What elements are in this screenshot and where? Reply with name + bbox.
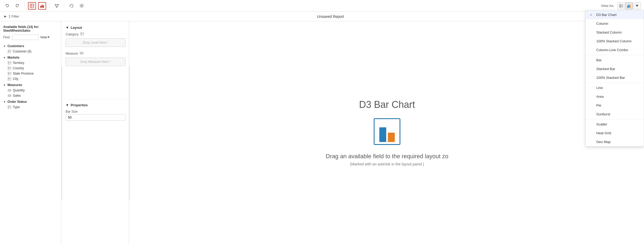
- chart-drag-sub: (Marked with an asterisk in the layout p…: [350, 162, 424, 166]
- chevron-order-status: ▼: [3, 100, 6, 103]
- svg-point-7: [81, 5, 82, 6]
- main-layout: Available fields (14) for: SteelWheelsSa…: [0, 21, 644, 244]
- view-button[interactable]: View: [40, 35, 50, 39]
- dropdown-item-100%-stacked-column[interactable]: 100% Stacked Column: [586, 37, 644, 46]
- category-icon: [80, 32, 84, 36]
- field-state-province-label: State Province: [13, 72, 34, 75]
- find-input[interactable]: [12, 35, 39, 40]
- section-measures[interactable]: ▼ Measures: [0, 82, 61, 88]
- field-city-label: City: [13, 77, 18, 81]
- measure-label-row: Measure: [62, 51, 129, 56]
- sub-toolbar: ▶ 1 Filter Unsaved Report: [0, 12, 644, 21]
- fields-header: Available fields (14) for: SteelWheelsSa…: [0, 24, 61, 35]
- resize-handle-1[interactable]: [61, 21, 62, 244]
- dropdown-item-pie[interactable]: Pie: [586, 101, 644, 110]
- dropdown-separator-11: [586, 119, 644, 119]
- report-title: Unsaved Report: [21, 14, 640, 19]
- view-as-dropdown-menu: ✓D3 Bar ChartColumnStacked Column100% St…: [585, 21, 644, 147]
- dropdown-item-stacked-bar[interactable]: Stacked Bar: [586, 64, 644, 73]
- dropdown-item-column[interactable]: Column: [586, 21, 644, 28]
- field-territory[interactable]: Territory: [0, 60, 61, 66]
- measure-label: Measure: [66, 52, 78, 55]
- section-measures-label: Measures: [7, 83, 22, 87]
- bar-size-label: Bar Size: [66, 110, 126, 113]
- view-as-label: View As:: [601, 4, 614, 8]
- dropdown-item-label-1: Column: [596, 22, 608, 26]
- dropdown-item-label-10: Pie: [596, 103, 601, 107]
- measure-icon: [80, 52, 83, 55]
- svg-rect-27: [8, 72, 11, 75]
- field-customer[interactable]: Customer (6): [0, 49, 61, 54]
- field-quantity[interactable]: Quantity: [0, 88, 61, 93]
- quantity-icon: [7, 88, 11, 92]
- dropdown-item-label-3: 100% Stacked Column: [596, 39, 631, 43]
- chevron-measures: ▼: [3, 84, 6, 87]
- svg-rect-4: [40, 6, 41, 8]
- view-dropdown-btn[interactable]: [633, 2, 641, 9]
- field-sales-label: Sales: [13, 94, 21, 97]
- redo-button[interactable]: [13, 2, 21, 10]
- svg-rect-12: [627, 6, 628, 8]
- dropdown-item-label-2: Stacked Column: [596, 30, 622, 34]
- properties-title: Properties: [71, 103, 88, 107]
- chart-bar-blue: [379, 127, 386, 142]
- dropdown-item-bar[interactable]: Bar: [586, 56, 644, 64]
- customer-icon: [7, 50, 11, 53]
- table-view-button[interactable]: [28, 2, 36, 10]
- properties-chevron: ▼: [66, 103, 69, 107]
- field-type-label: Type: [13, 105, 20, 109]
- svg-rect-5: [42, 5, 43, 8]
- bar-size-row: Bar Size: [62, 109, 129, 122]
- field-country[interactable]: Country: [0, 66, 61, 71]
- dropdown-item-stacked-column[interactable]: Stacked Column: [586, 28, 644, 37]
- refresh-button[interactable]: [67, 2, 75, 10]
- bar-size-input[interactable]: [66, 114, 126, 121]
- field-state-province[interactable]: State Province: [0, 71, 61, 76]
- svg-rect-14: [630, 5, 631, 8]
- dropdown-item-heat-grid[interactable]: Heat Grid: [586, 129, 644, 137]
- chart-icon-box: [374, 118, 400, 145]
- dropdown-item-line[interactable]: Line: [586, 83, 644, 92]
- field-type[interactable]: Type: [0, 104, 61, 110]
- section-order-status[interactable]: ▼ Order Status: [0, 98, 61, 104]
- undo-button[interactable]: [3, 2, 11, 10]
- chart-area: D3 Bar Chart Drag an available field to …: [130, 21, 644, 244]
- dropdown-item-area[interactable]: Area: [586, 92, 644, 101]
- view-table-btn[interactable]: [617, 2, 625, 9]
- section-markets[interactable]: ▼ Markets: [0, 54, 61, 60]
- layout-header[interactable]: ▼ Layout: [62, 24, 129, 31]
- separator-3: [64, 3, 64, 9]
- dropdown-item-label-12: Scatter: [596, 122, 607, 126]
- filter-chevron[interactable]: ▶: [4, 15, 6, 18]
- svg-rect-45: [80, 32, 84, 35]
- dropdown-item-100%-stacked-bar[interactable]: 100% Stacked Bar: [586, 73, 644, 82]
- layout-panel: ▼ Layout Category Drop Level Here * Meas…: [62, 21, 129, 244]
- layout-chevron: ▼: [66, 26, 69, 30]
- dropdown-item-label-7: 100% Stacked Bar: [596, 76, 625, 80]
- category-label: Category: [66, 32, 79, 36]
- country-icon: [7, 66, 11, 70]
- chevron-markets: ▼: [3, 56, 6, 59]
- dropdown-item-sunburst[interactable]: Sunburst: [586, 110, 644, 119]
- city-icon: [7, 77, 11, 81]
- view-as-icons: [617, 2, 641, 9]
- field-city[interactable]: City: [0, 76, 61, 82]
- drop-category-zone[interactable]: Drop Level Here *: [66, 38, 126, 47]
- section-customers[interactable]: ▼ Customers: [0, 43, 61, 49]
- filter-button[interactable]: [53, 2, 61, 10]
- dropdown-item-label-14: Geo Map: [596, 140, 610, 144]
- section-customers-label: Customers: [7, 44, 24, 48]
- section-markets-label: Markets: [7, 56, 19, 59]
- settings-button[interactable]: [78, 2, 86, 10]
- chart-view-button[interactable]: [38, 2, 46, 10]
- field-quantity-label: Quantity: [13, 88, 25, 92]
- dropdown-item-column-line-combo[interactable]: Column-Line Combo: [586, 46, 644, 54]
- svg-rect-15: [8, 50, 11, 53]
- drop-measure-zone[interactable]: Drop Measure Here *: [66, 58, 126, 66]
- dropdown-item-scatter[interactable]: Scatter: [586, 120, 644, 129]
- field-sales[interactable]: Sales: [0, 93, 61, 98]
- dropdown-item-geo-map[interactable]: Geo Map: [586, 137, 644, 146]
- properties-header[interactable]: ▼ Properties: [62, 101, 129, 109]
- sales-icon: [7, 94, 11, 97]
- view-chart-btn[interactable]: [625, 2, 633, 9]
